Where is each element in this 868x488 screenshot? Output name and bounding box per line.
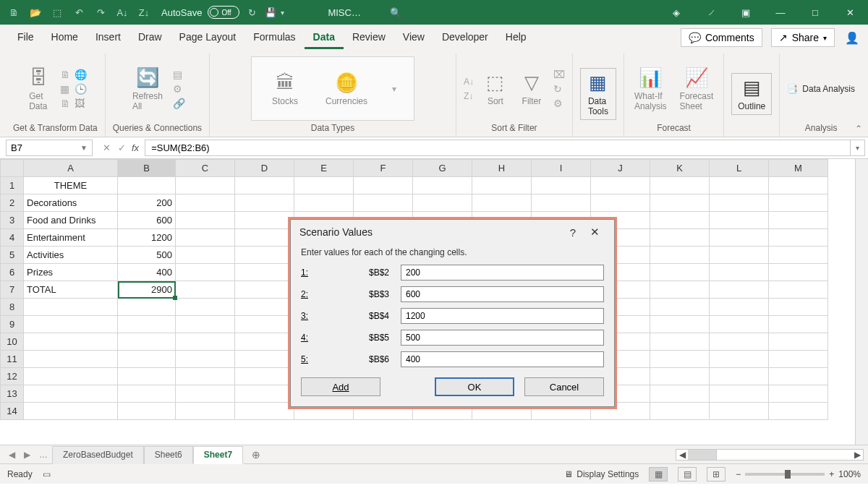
cell-A11[interactable] (24, 351, 118, 368)
col-header-J[interactable]: J (591, 160, 650, 177)
cell-A6[interactable]: Prizes (24, 264, 118, 281)
cell-D6[interactable] (235, 264, 294, 281)
cell-C11[interactable] (176, 351, 235, 368)
cell-D4[interactable] (235, 229, 294, 247)
chevron-down-icon[interactable]: ▼ (80, 144, 88, 152)
diamond-icon[interactable]: ◈ (665, 7, 687, 18)
scenario-value-input-1[interactable] (401, 265, 604, 281)
dialog-help-button[interactable]: ? (562, 226, 584, 239)
cell-A14[interactable] (24, 403, 118, 420)
tab-page-layout[interactable]: Page Layout (171, 27, 245, 49)
cell-L13[interactable] (710, 385, 769, 403)
cell-K3[interactable] (650, 212, 710, 229)
tab-nav-prev-icon[interactable]: ◀ (4, 450, 20, 460)
fx-icon[interactable]: fx (132, 142, 145, 153)
row-header-8[interactable]: 8 (1, 299, 24, 316)
row-header-3[interactable]: 3 (1, 212, 24, 229)
data-analysis-button[interactable]: 📑 Data Analysis (787, 84, 855, 94)
cell-B1[interactable] (118, 177, 176, 194)
cell-F1[interactable] (354, 177, 413, 194)
row-header-5[interactable]: 5 (1, 247, 24, 264)
cell-H2[interactable] (472, 194, 532, 212)
edit-links-icon[interactable]: 🔗 (173, 98, 185, 109)
cell-M5[interactable] (769, 247, 828, 264)
stocks-button[interactable]: 🏛 Stocks (269, 70, 301, 108)
cell-B10[interactable] (118, 333, 176, 351)
cell-B5[interactable]: 500 (118, 247, 176, 264)
cell-D13[interactable] (235, 385, 294, 403)
cell-L2[interactable] (710, 194, 769, 212)
sort-desc-icon[interactable]: Z↓ (137, 7, 150, 18)
cell-C5[interactable] (176, 247, 235, 264)
tab-file[interactable]: File (9, 27, 43, 49)
dialog-close-button[interactable]: ✕ (584, 226, 605, 239)
clear-icon[interactable]: ⌧ (553, 69, 565, 80)
cell-B4[interactable]: 1200 (118, 229, 176, 247)
cell-C10[interactable] (176, 333, 235, 351)
cell-M1[interactable] (769, 177, 828, 194)
pending-icon[interactable]: ⟋ (700, 7, 722, 18)
cell-J2[interactable] (591, 194, 650, 212)
row-header-13[interactable]: 13 (1, 385, 24, 403)
cell-H1[interactable] (472, 177, 532, 194)
undo-icon[interactable]: ↶ (72, 7, 85, 18)
cell-L5[interactable] (710, 247, 769, 264)
forecast-sheet-button[interactable]: 📈 Forecast Sheet (677, 65, 717, 113)
from-text-icon[interactable]: 🗎 (60, 69, 70, 80)
scroll-right-icon[interactable]: ▶ (851, 450, 863, 460)
cell-B3[interactable]: 600 (118, 212, 176, 229)
tab-view[interactable]: View (394, 27, 433, 49)
cell-D1[interactable] (235, 177, 294, 194)
enter-formula-icon[interactable]: ✓ (118, 142, 126, 153)
expand-formula-icon[interactable]: ▾ (851, 140, 865, 156)
col-header-F[interactable]: F (354, 160, 413, 177)
collab-icon[interactable]: 👤 (845, 31, 859, 45)
cell-M14[interactable] (769, 403, 828, 420)
sheet-tab-sheet6[interactable]: Sheet6 (144, 446, 193, 464)
cell-A4[interactable]: Entertainment (24, 229, 118, 247)
get-data-small-buttons[interactable]: 🗎🌐 ▦🕒 🗎🖼 (60, 69, 87, 109)
tab-nav-next-icon[interactable]: ▶ (20, 450, 35, 460)
cell-M6[interactable] (769, 264, 828, 281)
cell-C4[interactable] (176, 229, 235, 247)
reapply-icon[interactable]: ↻ (553, 83, 565, 95)
tab-draw[interactable]: Draw (129, 27, 171, 49)
data-tools-button[interactable]: ▦ Data Tools (580, 68, 616, 120)
cell-K10[interactable] (650, 333, 710, 351)
normal-view-button[interactable]: ▦ (649, 467, 668, 481)
cell-C3[interactable] (176, 212, 235, 229)
collapse-ribbon-icon[interactable]: ⌃ (855, 124, 862, 134)
cell-K5[interactable] (650, 247, 710, 264)
cell-K6[interactable] (650, 264, 710, 281)
cell-L6[interactable] (710, 264, 769, 281)
from-web-icon[interactable]: 🌐 (75, 69, 87, 80)
cell-D7[interactable] (235, 281, 294, 299)
select-all[interactable] (1, 160, 24, 177)
cell-K14[interactable] (650, 403, 710, 420)
cell-A10[interactable] (24, 333, 118, 351)
cell-A5[interactable]: Activities (24, 247, 118, 264)
cell-C1[interactable] (176, 177, 235, 194)
cell-L14[interactable] (710, 403, 769, 420)
tab-data[interactable]: Data (305, 27, 344, 49)
row-header-7[interactable]: 7 (1, 281, 24, 299)
ribbon-display-icon[interactable]: ▣ (735, 7, 757, 18)
cell-A9[interactable] (24, 316, 118, 333)
cell-G2[interactable] (413, 194, 472, 212)
cell-G1[interactable] (413, 177, 472, 194)
cell-C2[interactable] (176, 194, 235, 212)
share-button[interactable]: ↗ Share ▾ (771, 28, 835, 47)
cell-C7[interactable] (176, 281, 235, 299)
cell-D11[interactable] (235, 351, 294, 368)
cell-A13[interactable] (24, 385, 118, 403)
tab-review[interactable]: Review (344, 27, 394, 49)
row-header-12[interactable]: 12 (1, 368, 24, 385)
cell-A3[interactable]: Food and Drinks (24, 212, 118, 229)
col-header-G[interactable]: G (413, 160, 472, 177)
cell-M8[interactable] (769, 299, 828, 316)
cell-K8[interactable] (650, 299, 710, 316)
cell-L3[interactable] (710, 212, 769, 229)
col-header-C[interactable]: C (176, 160, 235, 177)
history-icon[interactable]: ↻ (248, 7, 256, 18)
gallery-nav-icon[interactable]: ▾ (392, 84, 396, 94)
